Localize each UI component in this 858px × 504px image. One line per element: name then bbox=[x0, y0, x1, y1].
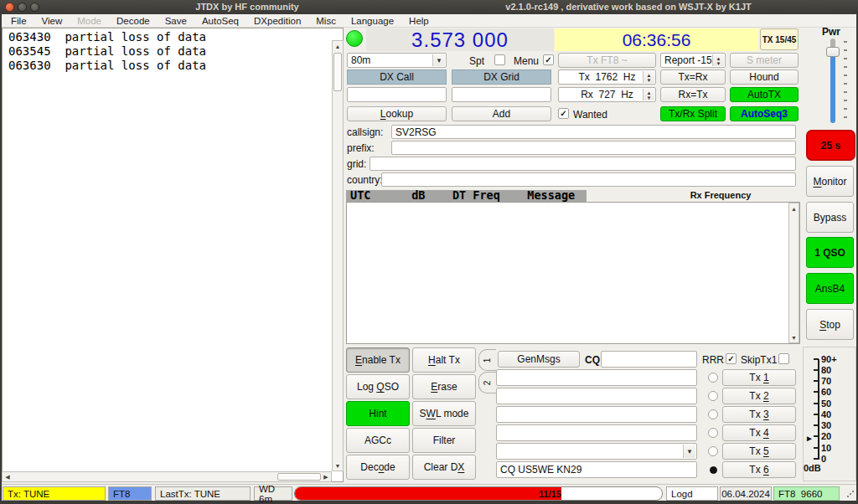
maximize-icon[interactable] bbox=[30, 3, 39, 12]
tx-period-button[interactable]: TX 15/45 bbox=[760, 28, 799, 50]
tx6-radio[interactable] bbox=[710, 466, 717, 474]
add-button[interactable]: Add bbox=[452, 106, 551, 121]
tx-offset-spinbox[interactable]: Tx 1762 Hz ▲▼ bbox=[558, 69, 656, 85]
genmsgs-button[interactable]: GenMsgs bbox=[498, 351, 580, 368]
spinner-arrows-icon[interactable]: ▲▼ bbox=[712, 54, 724, 66]
decode-line[interactable]: 063545 partial loss of data bbox=[3, 44, 343, 59]
txrx-split-button[interactable]: Tx/Rx Split bbox=[660, 106, 726, 121]
vscroll-thumb[interactable] bbox=[333, 53, 342, 91]
menu-checkbox[interactable]: ✓ bbox=[543, 54, 554, 65]
scroll-up-icon[interactable]: ▲ bbox=[789, 203, 799, 213]
tab-messages-2[interactable]: 2 bbox=[478, 372, 496, 393]
decode-line[interactable]: 063430 partial loss of data bbox=[3, 30, 343, 44]
rx-offset-spinbox[interactable]: Rx 727 Hz ▲▼ bbox=[558, 87, 656, 102]
pwr-slider-handle[interactable] bbox=[826, 47, 840, 57]
hscroll-thumb[interactable] bbox=[277, 473, 321, 481]
band-activity-list[interactable]: 063430 partial loss of data 063545 parti… bbox=[2, 28, 344, 482]
band-activity-vscrollbar[interactable]: ▲ ▼ bbox=[332, 40, 344, 471]
enable-tx-button[interactable]: Enable Tx bbox=[346, 347, 410, 373]
tx2-radio[interactable] bbox=[708, 391, 718, 401]
tx5-message-combo[interactable]: ▾ bbox=[496, 443, 697, 460]
check-icon: ✓ bbox=[727, 354, 734, 363]
menu-help[interactable]: Help bbox=[401, 16, 437, 26]
tab-messages-1[interactable]: 1 bbox=[478, 349, 496, 371]
wanted-checkbox[interactable]: ✓ bbox=[558, 108, 569, 119]
scroll-down-icon[interactable]: ▼ bbox=[333, 460, 343, 471]
logd-field[interactable]: Logd bbox=[666, 486, 718, 501]
bypass-button[interactable]: Bypass bbox=[806, 202, 854, 233]
dx-grid-input[interactable] bbox=[452, 87, 551, 102]
tx4-radio[interactable] bbox=[708, 428, 718, 438]
band-activity-hscrollbar[interactable]: ◀ ▶ bbox=[2, 471, 332, 482]
country-input[interactable] bbox=[381, 172, 796, 187]
tx1-button[interactable]: Tx 1 bbox=[722, 369, 796, 386]
prefix-input[interactable] bbox=[391, 141, 796, 155]
menu-dxpedition[interactable]: DXpedition bbox=[246, 16, 308, 26]
tx1-message-input[interactable] bbox=[496, 369, 697, 386]
tx3-button[interactable]: Tx 3 bbox=[722, 406, 796, 423]
tx5-radio[interactable] bbox=[708, 446, 718, 456]
close-icon[interactable] bbox=[5, 3, 14, 12]
qso-count-button[interactable]: 1 QSO bbox=[806, 237, 854, 268]
halt-tx-button[interactable]: Halt Tx bbox=[412, 347, 476, 373]
menu-misc[interactable]: Misc bbox=[308, 16, 344, 26]
scroll-up-icon[interactable]: ▲ bbox=[333, 41, 343, 51]
filter-button[interactable]: Filter bbox=[412, 428, 476, 453]
report-spinbox[interactable]: Report -15 ▲▼ bbox=[660, 53, 726, 68]
tx3-message-input[interactable] bbox=[496, 406, 697, 423]
resize-grip-icon[interactable] bbox=[846, 490, 855, 498]
monitor-button[interactable]: Monitor bbox=[806, 166, 854, 197]
scroll-left-icon[interactable]: ◀ bbox=[3, 472, 13, 481]
tx6-button[interactable]: Tx 6 bbox=[722, 461, 796, 478]
rx-eq-tx-button[interactable]: Rx=Tx bbox=[660, 87, 726, 102]
spinner-arrows-icon[interactable]: ▲▼ bbox=[643, 89, 654, 100]
spt-checkbox[interactable] bbox=[494, 54, 505, 65]
band-selector[interactable]: 80m ▾ bbox=[347, 53, 447, 68]
tx4-button[interactable]: Tx 4 bbox=[722, 424, 796, 441]
hound-button[interactable]: Hound bbox=[730, 69, 799, 85]
tx6-message-input[interactable] bbox=[496, 461, 697, 478]
tx5-button[interactable]: Tx 5 bbox=[722, 443, 796, 460]
hint-button[interactable]: Hint bbox=[346, 401, 410, 426]
scroll-down-icon[interactable]: ▼ bbox=[789, 332, 799, 342]
rx-frequency-vscrollbar[interactable]: ▲ ▼ bbox=[788, 203, 799, 343]
tx3-radio[interactable] bbox=[708, 409, 718, 419]
minimize-icon[interactable] bbox=[18, 3, 27, 12]
tx2-message-input[interactable] bbox=[496, 388, 697, 404]
autoseq-button[interactable]: AutoSeq3 bbox=[730, 106, 799, 121]
skiptx1-checkbox[interactable] bbox=[778, 353, 789, 364]
dx-call-input[interactable] bbox=[347, 87, 447, 102]
menu-view[interactable]: View bbox=[34, 16, 70, 26]
menu-autoseq[interactable]: AutoSeq bbox=[194, 16, 246, 26]
grid-input[interactable] bbox=[370, 157, 796, 171]
cq-input[interactable] bbox=[601, 351, 697, 368]
tx1-radio[interactable] bbox=[708, 373, 718, 383]
menu-decode[interactable]: Decode bbox=[109, 16, 158, 26]
tx4-message-input[interactable] bbox=[496, 424, 697, 441]
tx-eq-rx-button[interactable]: Tx=Rx bbox=[660, 69, 726, 85]
agcc-button[interactable]: AGCc bbox=[346, 428, 410, 453]
menu-save[interactable]: Save bbox=[158, 16, 194, 26]
rrr-checkbox[interactable]: ✓ bbox=[726, 353, 737, 364]
clear-dx-button[interactable]: Clear DX bbox=[412, 455, 476, 480]
meter-tick-label: 50 bbox=[821, 399, 831, 409]
chevron-down-icon[interactable]: ▾ bbox=[432, 54, 445, 66]
lookup-button[interactable]: Lookup bbox=[347, 106, 447, 121]
ansb4-button[interactable]: AnsB4 bbox=[806, 273, 854, 304]
menu-file[interactable]: File bbox=[3, 16, 34, 26]
menu-language[interactable]: Language bbox=[344, 16, 401, 26]
tx2-button[interactable]: Tx 2 bbox=[722, 388, 796, 404]
spinner-arrows-icon[interactable]: ▲▼ bbox=[643, 71, 654, 83]
chevron-down-icon[interactable]: ▾ bbox=[683, 445, 695, 458]
stop-button[interactable]: Stop bbox=[806, 309, 854, 340]
decode-button[interactable]: Decode bbox=[346, 455, 410, 480]
erase-button[interactable]: Erase bbox=[412, 374, 476, 399]
title-bar[interactable]: JTDX by HF community v2.1.0-rc149 , deri… bbox=[0, 0, 858, 14]
scroll-right-icon[interactable]: ▶ bbox=[321, 472, 331, 481]
autotx-button[interactable]: AutoTX bbox=[730, 87, 799, 102]
decode-line[interactable]: 063630 partial loss of data bbox=[3, 59, 343, 73]
callsign-input[interactable] bbox=[391, 125, 796, 139]
rx-frequency-list[interactable] bbox=[346, 202, 800, 344]
swl-mode-button[interactable]: SWL mode bbox=[412, 401, 476, 426]
log-qso-button[interactable]: Log QSO bbox=[346, 374, 410, 399]
